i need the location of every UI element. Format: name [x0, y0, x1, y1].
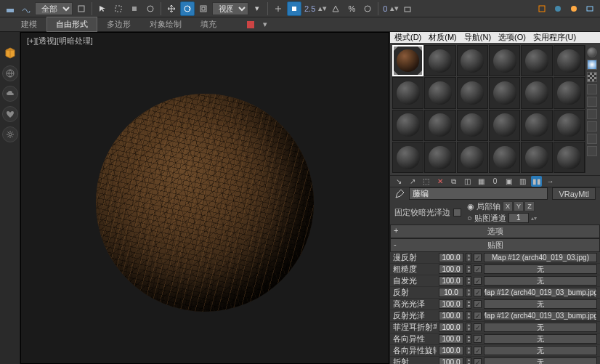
material-slot[interactable]: [424, 45, 455, 76]
tool-icon[interactable]: [535, 1, 549, 16]
layer-select[interactable]: 全部: [35, 2, 73, 15]
background-icon[interactable]: [587, 72, 597, 82]
map-slot-button[interactable]: 无: [484, 264, 597, 274]
material-slot[interactable]: [554, 77, 585, 108]
eyedropper-icon[interactable]: [394, 189, 405, 199]
spinner-buttons[interactable]: ▴▾: [466, 264, 471, 274]
map-enable-checkbox[interactable]: ✓: [474, 277, 482, 285]
spinner-buttons[interactable]: ▴▾: [466, 253, 471, 262]
tool-icon[interactable]: [583, 1, 597, 16]
spinner-value[interactable]: 2.5: [303, 4, 317, 13]
snap-icon[interactable]: [271, 1, 285, 16]
select-by-mat-icon[interactable]: [587, 134, 597, 144]
map-slot-button[interactable]: Map #12 (arch40_019_03_bump.jpg): [484, 288, 597, 297]
material-slot[interactable]: [392, 110, 423, 141]
map-amount-spinner[interactable]: 100.0: [439, 334, 463, 344]
axis-z-button[interactable]: Z: [524, 201, 535, 211]
options-icon[interactable]: [587, 121, 597, 132]
percent-snap-icon[interactable]: %: [344, 1, 359, 16]
scale-icon[interactable]: [196, 1, 211, 16]
clone-icon[interactable]: ⧉: [448, 176, 459, 187]
map-slot-button[interactable]: 无: [484, 323, 597, 332]
map-slot-button[interactable]: Map #12 (arch40_019_03.jpg): [484, 253, 597, 262]
map-amount-spinner[interactable]: 100.0: [439, 357, 463, 364]
sample-uv-icon[interactable]: [587, 84, 597, 94]
tool-icon[interactable]: [127, 1, 142, 16]
material-type-button[interactable]: VRayMtl: [552, 187, 596, 200]
material-slot[interactable]: [521, 77, 552, 108]
map-amount-spinner[interactable]: 100.0: [439, 323, 463, 332]
get-material-icon[interactable]: ↘: [393, 176, 404, 187]
ribbon-icon[interactable]: [243, 17, 258, 32]
material-slot[interactable]: [424, 142, 455, 173]
cube-icon[interactable]: [2, 45, 18, 61]
select-icon[interactable]: [95, 1, 110, 16]
go-forward-icon[interactable]: →: [545, 176, 556, 187]
angle-snap-icon[interactable]: [328, 1, 343, 16]
tool-icon[interactable]: ▾: [250, 1, 264, 16]
material-slot[interactable]: [554, 110, 585, 141]
map-channel-spinner[interactable]: 1: [508, 213, 529, 223]
material-slot[interactable]: [424, 77, 455, 108]
put-to-lib-icon[interactable]: ▦: [476, 176, 487, 187]
map-slot-button[interactable]: 无: [484, 334, 597, 344]
map-enable-checkbox[interactable]: ✓: [474, 335, 482, 343]
material-slot[interactable]: [489, 45, 520, 76]
menu-navigate[interactable]: 导航(N): [464, 32, 491, 43]
menu-mode[interactable]: 模式(D): [394, 32, 421, 43]
map-amount-spinner[interactable]: 100.0: [439, 311, 463, 320]
sample-type-icon[interactable]: [587, 47, 597, 57]
tool-icon[interactable]: [143, 1, 158, 16]
preview-icon[interactable]: [587, 109, 597, 119]
radio-local[interactable]: ◉: [467, 202, 474, 211]
cloud-icon[interactable]: [2, 86, 18, 102]
video-check-icon[interactable]: [587, 97, 597, 107]
map-amount-spinner[interactable]: 100.0: [439, 264, 463, 274]
material-slot[interactable]: [392, 142, 423, 173]
material-name-input[interactable]: [409, 187, 548, 200]
menu-material[interactable]: 材质(M): [429, 32, 457, 43]
backlight-icon[interactable]: [587, 60, 597, 70]
spinner-buttons[interactable]: ▴▾: [466, 346, 471, 355]
mat-map-nav-icon[interactable]: [587, 146, 597, 156]
assign-icon[interactable]: ⬚: [421, 176, 431, 187]
tab-polygon[interactable]: 多边形: [97, 17, 140, 32]
spinner-buttons[interactable]: ▴▾: [466, 288, 471, 297]
rotate-icon[interactable]: [180, 1, 195, 16]
map-slot-button[interactable]: 无: [484, 276, 597, 286]
spinner-buttons[interactable]: ▴▾: [466, 276, 471, 286]
go-to-parent-icon[interactable]: ▮▮: [531, 176, 542, 187]
map-slot-button[interactable]: Map #12 (arch40_019_03_bump.jpg): [484, 311, 597, 320]
material-slot[interactable]: [392, 45, 423, 76]
put-to-scene-icon[interactable]: ↗: [407, 176, 418, 187]
mat-id-icon[interactable]: 0: [490, 176, 500, 187]
tool-icon[interactable]: [19, 1, 33, 16]
menu-options[interactable]: 选项(O): [498, 32, 526, 43]
map-amount-spinner[interactable]: 10.0: [439, 288, 463, 297]
material-slot[interactable]: [457, 45, 488, 76]
tool-icon[interactable]: [3, 1, 17, 16]
move-icon[interactable]: [164, 1, 179, 16]
spinner-value[interactable]: 0: [381, 4, 389, 13]
spinner-buttons[interactable]: ▴▾: [466, 311, 471, 320]
map-amount-spinner[interactable]: 100.0: [439, 299, 463, 309]
tab-populate[interactable]: 填充: [191, 17, 226, 32]
spinner-buttons[interactable]: ▴▾: [466, 323, 471, 332]
map-enable-checkbox[interactable]: ✓: [474, 254, 482, 262]
material-slot[interactable]: [457, 110, 488, 141]
material-slot[interactable]: [489, 110, 520, 141]
rollup-options[interactable]: +选项: [390, 225, 600, 238]
globe-icon[interactable]: [2, 65, 18, 81]
material-slot[interactable]: [489, 77, 520, 108]
map-enable-checkbox[interactable]: ✓: [474, 288, 482, 296]
spinner-buttons[interactable]: ▴▾: [466, 299, 471, 309]
map-slot-button[interactable]: 无: [484, 357, 597, 364]
material-slot[interactable]: [521, 142, 552, 173]
tab-freeform[interactable]: 自由形式: [46, 17, 97, 32]
material-slot[interactable]: [457, 142, 488, 173]
map-enable-checkbox[interactable]: ✓: [474, 358, 482, 364]
make-unique-icon[interactable]: ◫: [462, 176, 473, 187]
rollup-maps[interactable]: -贴图: [390, 238, 600, 252]
gear-icon[interactable]: [2, 126, 18, 142]
viewport[interactable]: [+][透视][明暗处理]: [20, 32, 389, 364]
